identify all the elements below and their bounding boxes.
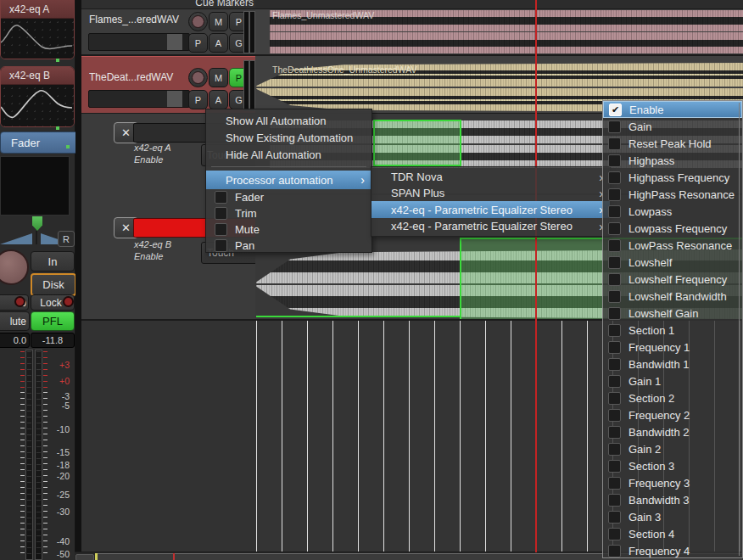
parameter-menu-item[interactable]: ✔ Bandwidth 3 bbox=[603, 491, 742, 508]
menu-item-pan[interactable]: Pan bbox=[206, 238, 372, 254]
plugin-box-x42eq-b[interactable]: x42-eq B bbox=[0, 66, 75, 127]
mute-button[interactable]: M bbox=[209, 12, 228, 31]
parameter-menu-item[interactable]: ✔ LowPass Resonance bbox=[603, 237, 742, 254]
parameter-menu-item[interactable]: ✔ Lowshelf Gain bbox=[603, 305, 742, 322]
lane1-automation-on-region[interactable] bbox=[373, 120, 461, 166]
menu-item-show-existing-automation[interactable]: Show Existing Automation bbox=[206, 129, 372, 146]
input-button[interactable]: In bbox=[31, 251, 75, 272]
parameter-menu-item[interactable]: ✔ Lowshelf bbox=[603, 254, 742, 271]
checkbox-icon[interactable]: ✔ bbox=[608, 426, 621, 439]
peak-display[interactable]: -11.8 bbox=[31, 333, 75, 348]
checkbox-icon[interactable]: ✔ bbox=[608, 460, 621, 473]
checkbox-icon[interactable]: ✔ bbox=[608, 358, 621, 371]
plugin-b-header[interactable]: x42-eq B bbox=[1, 67, 74, 85]
parameter-menu-item[interactable]: ✔ Frequency 1 bbox=[603, 339, 742, 356]
parameter-menu-item[interactable]: ✔ Lowshelf Frequency bbox=[603, 271, 742, 288]
gain-slider[interactable] bbox=[88, 90, 190, 108]
record-enable-button[interactable] bbox=[188, 68, 208, 87]
playhead-cursor[interactable] bbox=[535, 0, 537, 552]
track-content-flames[interactable]: Flames_UnmasteredWAV bbox=[255, 9, 743, 54]
lane2-automation-line-off[interactable] bbox=[256, 316, 460, 317]
checkbox-icon[interactable]: ✔ bbox=[608, 239, 621, 252]
plugin-a-eq-curve[interactable] bbox=[1, 19, 74, 59]
plugin-b-active-led[interactable] bbox=[56, 126, 59, 130]
submenu-item-span-plus[interactable]: SPAN Plus› bbox=[372, 185, 610, 201]
gain-display[interactable]: 0.0 bbox=[0, 333, 30, 348]
playlist-button[interactable]: P bbox=[188, 90, 208, 109]
checkbox-icon[interactable]: ✔ bbox=[608, 477, 621, 490]
mono-led[interactable] bbox=[14, 296, 25, 307]
record-enable-button[interactable] bbox=[188, 12, 208, 31]
menu-item-fader[interactable]: Fader bbox=[206, 189, 372, 205]
parameter-menu-item[interactable]: ✔ Section 1 bbox=[603, 322, 742, 339]
parameter-menu-item[interactable]: ✔ Frequency 2 bbox=[603, 406, 742, 423]
parameter-menu-item[interactable]: ✔ Gain bbox=[603, 118, 742, 135]
checkbox-icon[interactable]: ✔ bbox=[608, 307, 621, 320]
checkbox-icon[interactable]: ✔ bbox=[608, 188, 621, 201]
checkbox-icon[interactable]: ✔ bbox=[609, 104, 622, 116]
parameter-menu-item[interactable]: ✔ Section 3 bbox=[603, 457, 742, 474]
checkbox-icon[interactable]: ✔ bbox=[608, 443, 621, 456]
plugin-b-eq-curve[interactable] bbox=[1, 85, 74, 126]
track-name[interactable]: Flames_...eredWAV bbox=[89, 14, 189, 25]
parameter-menu-item[interactable]: ✔ Reset Peak Hold bbox=[603, 135, 742, 152]
checkbox-icon[interactable]: ✔ bbox=[608, 375, 621, 388]
parameter-menu-item[interactable]: ✔ Gain 3 bbox=[603, 508, 742, 525]
submenu-item-x42eq-1[interactable]: x42-eq - Parametric Equalizer Stereo› bbox=[372, 201, 610, 218]
submenu-item-x42eq-2[interactable]: x42-eq - Parametric Equalizer Stereo› bbox=[372, 218, 610, 234]
parameter-menu-item[interactable]: ✔ Lowpass bbox=[603, 203, 742, 220]
checkbox-icon[interactable]: ✔ bbox=[608, 341, 621, 354]
checkbox-icon[interactable]: ✔ bbox=[608, 511, 621, 524]
checkbox-icon[interactable]: ✔ bbox=[608, 256, 621, 269]
parameter-menu-item[interactable]: ✔ Lowpass Frequency bbox=[603, 220, 742, 237]
parameter-menu-item[interactable]: ✔ Highpass Frequency bbox=[603, 169, 742, 186]
parameter-menu-item[interactable]: ✔ Enable bbox=[603, 101, 742, 118]
summary-range-start-mark[interactable] bbox=[95, 553, 98, 560]
menu-item-processor-automation[interactable]: Processor automation› bbox=[206, 171, 372, 189]
parameter-menu-item[interactable]: ✔ Highpass bbox=[603, 152, 742, 169]
checkbox-icon[interactable]: ✔ bbox=[608, 222, 621, 235]
processor-list-empty[interactable] bbox=[0, 156, 70, 216]
pan-right-button[interactable]: R bbox=[58, 231, 75, 247]
gain-slider[interactable] bbox=[88, 33, 190, 51]
automation-button[interactable]: A bbox=[209, 90, 228, 109]
summary-nav-button[interactable] bbox=[75, 554, 94, 560]
checkbox-icon[interactable]: ✔ bbox=[608, 392, 621, 405]
checkbox-icon[interactable]: ✔ bbox=[608, 528, 621, 540]
checkbox-icon[interactable]: ✔ bbox=[608, 494, 621, 507]
menu-item-trim[interactable]: Trim bbox=[206, 205, 372, 221]
checkbox-icon[interactable]: ✔ bbox=[608, 290, 621, 303]
parameter-menu-item[interactable]: ✔ Frequency 3 bbox=[603, 474, 742, 491]
ruler-lane[interactable] bbox=[255, 0, 743, 8]
disk-button[interactable]: Disk bbox=[31, 273, 76, 296]
menu-item-show-all-automation[interactable]: Show All Automation bbox=[206, 112, 372, 129]
parameter-menu-item[interactable]: ✔ HighPass Resonance bbox=[603, 186, 742, 203]
pfl-button[interactable]: PFL bbox=[31, 311, 75, 331]
checkbox-icon[interactable]: ✔ bbox=[608, 205, 621, 218]
parameter-menu-item[interactable]: ✔ Lowshelf Bandwidth bbox=[603, 288, 742, 305]
parameter-menu-item[interactable]: ✔ Section 2 bbox=[603, 389, 742, 406]
checkbox-icon[interactable]: ✔ bbox=[608, 273, 621, 286]
parameter-menu-item[interactable]: ✔ Bandwidth 2 bbox=[603, 423, 742, 440]
menu-item-mute[interactable]: Mute bbox=[206, 221, 372, 238]
automation-button[interactable]: A bbox=[209, 33, 228, 53]
checkbox-icon[interactable]: ✔ bbox=[608, 171, 621, 184]
playlist-button[interactable]: P bbox=[188, 33, 208, 53]
track-header-deathless[interactable]: TheDeat...redWAV M P P A G bbox=[81, 56, 255, 113]
parameter-menu-item[interactable]: ✔ Frequency 4 bbox=[603, 542, 742, 559]
parameter-menu-item[interactable]: ✔ Bandwidth 1 bbox=[603, 356, 742, 372]
checkbox-icon[interactable] bbox=[215, 239, 227, 252]
trim-knob[interactable] bbox=[0, 249, 29, 285]
track-header-flames[interactable]: Flames_...eredWAV M P P A G bbox=[81, 9, 255, 54]
checkbox-icon[interactable]: ✔ bbox=[608, 137, 621, 150]
menu-item-hide-all-automation[interactable]: Hide All Automation bbox=[206, 146, 372, 163]
lock-led[interactable] bbox=[63, 296, 74, 307]
parameter-menu-item[interactable]: ✔ Section 4 bbox=[603, 525, 742, 542]
checkbox-icon[interactable]: ✔ bbox=[608, 324, 621, 337]
checkbox-icon[interactable] bbox=[215, 191, 227, 204]
mute-button[interactable]: M bbox=[209, 68, 228, 87]
checkbox-icon[interactable]: ✔ bbox=[608, 409, 621, 422]
menu-scrollbar[interactable] bbox=[739, 103, 740, 556]
submenu-item-tdr-nova[interactable]: TDR Nova› bbox=[372, 169, 610, 185]
parameter-menu-item[interactable]: ✔ Gain 2 bbox=[603, 440, 742, 457]
